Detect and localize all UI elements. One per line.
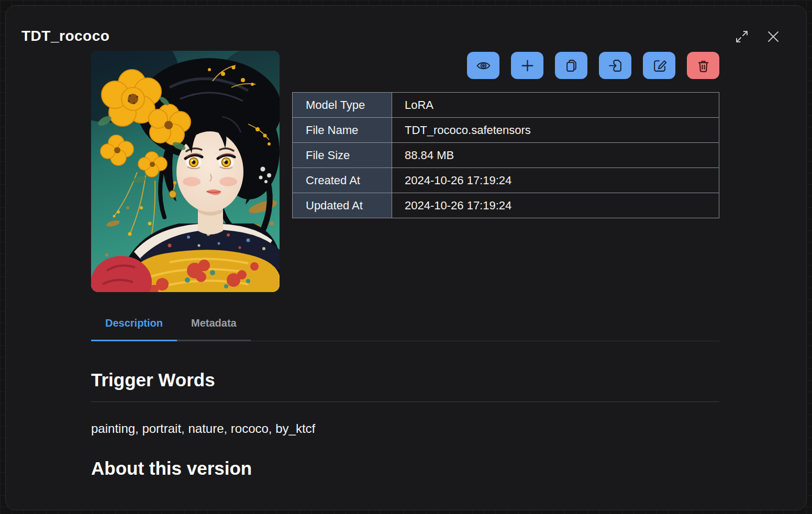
info-value: 2024-10-26 17:19:24 (392, 193, 719, 218)
copy-button[interactable] (555, 52, 587, 79)
expand-icon[interactable] (734, 29, 750, 44)
model-preview-image (91, 51, 280, 292)
info-value: TDT_rococo.safetensors (392, 118, 719, 143)
import-button[interactable] (599, 52, 631, 79)
info-value: 88.84 MB (392, 143, 719, 168)
top-row: Model Type LoRA File Name TDT_rococo.saf… (91, 51, 719, 292)
model-details-modal: TDT_rococo (5, 5, 807, 510)
modal-header: TDT_rococo (6, 6, 806, 44)
preview-button[interactable] (467, 52, 499, 79)
trash-icon (696, 58, 711, 73)
trigger-words-heading: Trigger Words (91, 370, 719, 390)
delete-button[interactable] (687, 52, 719, 79)
table-row: Model Type LoRA (293, 93, 719, 118)
action-toolbar (292, 52, 719, 79)
model-title: TDT_rococo (21, 28, 109, 44)
edit-button[interactable] (643, 52, 675, 79)
about-version-heading: About this version (91, 458, 719, 479)
import-icon (608, 58, 623, 73)
info-label: Model Type (293, 93, 392, 118)
model-info-table: Model Type LoRA File Name TDT_rococo.saf… (292, 92, 719, 218)
tab-description[interactable]: Description (91, 317, 177, 341)
table-row: Created At 2024-10-26 17:19:24 (293, 168, 719, 193)
table-row: File Name TDT_rococo.safetensors (293, 118, 719, 143)
close-icon[interactable] (765, 29, 781, 44)
tab-bar: Description Metadata (91, 317, 719, 341)
table-row: Updated At 2024-10-26 17:19:24 (293, 193, 719, 218)
plus-icon (520, 58, 535, 73)
copy-icon (564, 58, 579, 73)
info-label: File Name (293, 118, 392, 143)
details-column: Model Type LoRA File Name TDT_rococo.saf… (292, 51, 719, 218)
info-label: Updated At (293, 193, 392, 218)
trigger-words-text: painting, portrait, nature, rococo, by_k… (91, 421, 719, 436)
add-button[interactable] (511, 52, 543, 79)
info-label: File Size (293, 143, 392, 168)
modal-content: Model Type LoRA File Name TDT_rococo.saf… (6, 51, 806, 479)
edit-icon (652, 58, 667, 73)
description-panel: Trigger Words painting, portrait, nature… (91, 370, 719, 479)
table-row: File Size 88.84 MB (293, 143, 719, 168)
tab-metadata[interactable]: Metadata (177, 317, 251, 341)
info-value: 2024-10-26 17:19:24 (392, 168, 719, 193)
info-value: LoRA (392, 93, 719, 118)
divider (91, 401, 719, 402)
window-controls (734, 29, 781, 44)
info-label: Created At (293, 168, 392, 193)
eye-icon (476, 58, 491, 73)
portrait-illustration (91, 51, 280, 292)
